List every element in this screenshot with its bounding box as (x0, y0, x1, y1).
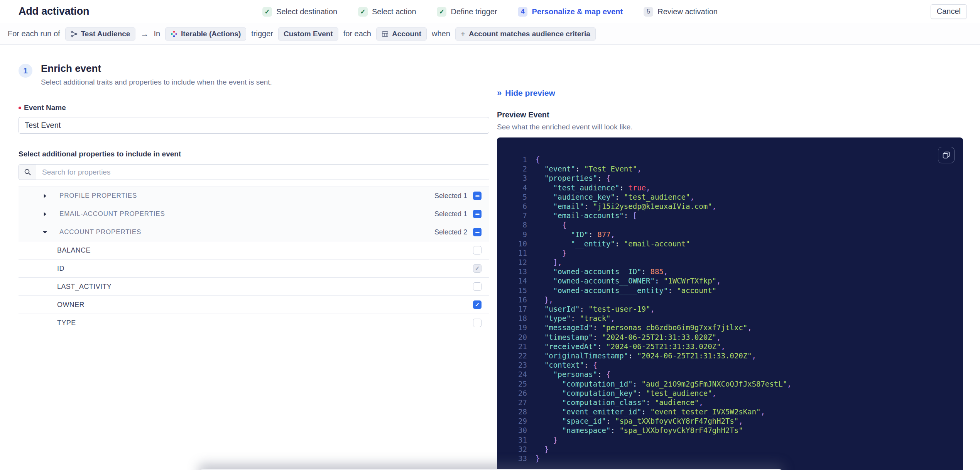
property-groups-accordion: PROFILE PROPERTIESSelected 1EMAIL-ACCOUN… (19, 187, 489, 332)
event-name-input[interactable] (19, 117, 489, 134)
step-check-icon: ✓ (437, 7, 447, 17)
group-checkbox[interactable] (473, 192, 482, 200)
group-selection: Selected 1 (434, 192, 482, 200)
code-line: 16 }, (510, 295, 955, 305)
property-row-last-activity[interactable]: LAST_ACTIVITY (19, 278, 489, 296)
line-number: 23 (510, 361, 527, 370)
line-number: 12 (510, 258, 527, 267)
property-row-owner[interactable]: OWNER (19, 296, 489, 314)
preview-title: Preview Event (497, 110, 963, 119)
property-row-type[interactable]: TYPE (19, 314, 489, 332)
code-line: 7 "email-accounts": [ (510, 211, 955, 221)
wizard-step-define-trigger[interactable]: ✓Define trigger (437, 7, 497, 17)
property-checkbox[interactable] (473, 300, 482, 309)
arrow-right-icon: → (140, 29, 149, 39)
property-label: BALANCE (57, 246, 91, 255)
line-number: 25 (510, 380, 527, 389)
chip-label: Custom Event (284, 30, 333, 38)
property-checkbox[interactable] (473, 264, 482, 273)
chip-label: Test Audience (81, 30, 130, 38)
chevron-down-icon (42, 230, 48, 235)
code-line: 25 "computation_id": "aud_2iO9m2gSFmJNXC… (510, 380, 955, 389)
code-line: 15 "owned-accounts____entity": "account" (510, 286, 955, 295)
copy-button[interactable] (938, 147, 955, 163)
enrich-event-section: 1 Enrich event Select additional traits … (19, 45, 489, 332)
wizard-steps: ✓Select destination✓Select action✓Define… (262, 0, 718, 23)
property-group-email-account-properties[interactable]: EMAIL-ACCOUNT PROPERTIESSelected 1 (19, 205, 489, 223)
code-line: 4 "test_audience": true, (510, 183, 955, 193)
property-checkbox[interactable] (473, 282, 482, 291)
step-number-badge: 4 (518, 7, 528, 17)
line-number: 3 (510, 174, 527, 183)
property-checkbox[interactable] (473, 246, 482, 255)
line-number: 24 (510, 370, 527, 379)
code-line: 2 "event": "Test Event", (510, 165, 955, 174)
group-checkbox[interactable] (473, 228, 482, 236)
search-input[interactable] (36, 165, 489, 180)
code-line: 23 "context": { (510, 361, 955, 370)
table-icon (382, 31, 389, 37)
code-line: 9 "ID": 877, (510, 230, 955, 239)
criteria-text: For each run of (8, 29, 60, 38)
line-number: 18 (510, 314, 527, 323)
code-line: 17 "userId": "test-user-19", (510, 305, 955, 314)
code-line: 19 "messageId": "personas_cb6zdbo6im9g7x… (510, 323, 955, 333)
line-number: 14 (510, 277, 527, 286)
criteria-text: when (432, 29, 450, 38)
property-label: LAST_ACTIVITY (57, 283, 112, 291)
line-number: 6 (510, 202, 527, 211)
criteria-chip-account-matches-audience-criteria[interactable]: +Account matches audience criteria (455, 27, 596, 41)
criteria-chip-custom-event[interactable]: Custom Event (278, 27, 338, 41)
wizard-step-review-activation[interactable]: 5Review activation (644, 7, 718, 17)
code-line: 26 "computation_key": "test_audience", (510, 389, 955, 398)
preview-subtitle: See what the enriched event will look li… (497, 123, 963, 131)
property-label: ID (57, 265, 64, 273)
line-number: 27 (510, 398, 527, 407)
line-number: 2 (510, 165, 527, 174)
wizard-step-select-destination[interactable]: ✓Select destination (262, 7, 337, 17)
preview-panel: » Hide preview Preview Event See what th… (497, 45, 963, 470)
criteria-chip-iterable-actions-[interactable]: Iterable (Actions) (165, 27, 246, 41)
section-title: Enrich event (41, 63, 272, 75)
property-row-id[interactable]: ID (19, 260, 489, 278)
code-line: 12 ], (510, 258, 955, 267)
page-title: Add activation (19, 5, 89, 17)
criteria-chip-test-audience[interactable]: Test Audience (65, 27, 136, 41)
hide-preview-link[interactable]: » Hide preview (497, 88, 555, 98)
line-number: 21 (510, 342, 527, 351)
code-line: 29 "space_id": "spa_tXXbfoyvCkY8rF47ghH2… (510, 417, 955, 426)
line-number: 1 (510, 155, 527, 165)
code-line: 30 "namespace": "spa_tXXbfoyvCkY8rF47ghH… (510, 426, 955, 435)
wizard-step-select-action[interactable]: ✓Select action (358, 7, 416, 17)
chip-label: Account (392, 30, 421, 38)
json-code: 1{2 "event": "Test Event",3 "properties"… (510, 155, 955, 463)
group-selection: Selected 2 (434, 228, 482, 236)
line-number: 4 (510, 183, 527, 193)
line-number: 10 (510, 239, 527, 249)
chip-label: Account matches audience criteria (469, 30, 590, 38)
line-number: 33 (510, 454, 527, 463)
property-checkbox[interactable] (473, 319, 482, 327)
code-line: 13 "owned-accounts__ID": 885, (510, 267, 955, 277)
property-group-account-properties[interactable]: ACCOUNT PROPERTIESSelected 2 (19, 223, 489, 241)
step-number-badge: 5 (644, 7, 653, 17)
group-checkbox[interactable] (473, 210, 482, 218)
line-number: 8 (510, 221, 527, 230)
line-number: 31 (510, 436, 527, 445)
event-json-preview: 1{2 "event": "Test Event",3 "properties"… (497, 137, 963, 470)
property-row-balance[interactable]: BALANCE (19, 241, 489, 260)
main-content: 1 Enrich event Select additional traits … (0, 45, 980, 470)
cancel-button[interactable]: Cancel (931, 4, 967, 19)
criteria-chip-account[interactable]: Account (376, 27, 427, 41)
code-line: 5 "audience_key": "test_audience", (510, 193, 955, 202)
code-line: 21 "receivedAt": "2024-06-25T21:31:33.02… (510, 342, 955, 351)
property-group-profile-properties[interactable]: PROFILE PROPERTIESSelected 1 (19, 187, 489, 205)
wizard-step-personalize-map-event[interactable]: 4Personalize & map event (518, 7, 623, 17)
line-number: 13 (510, 267, 527, 277)
line-number: 19 (510, 323, 527, 333)
code-line: 3 "properties": { (510, 174, 955, 183)
group-selection: Selected 1 (434, 210, 482, 218)
line-number: 20 (510, 333, 527, 342)
line-number: 17 (510, 305, 527, 314)
required-marker-icon (19, 107, 21, 109)
